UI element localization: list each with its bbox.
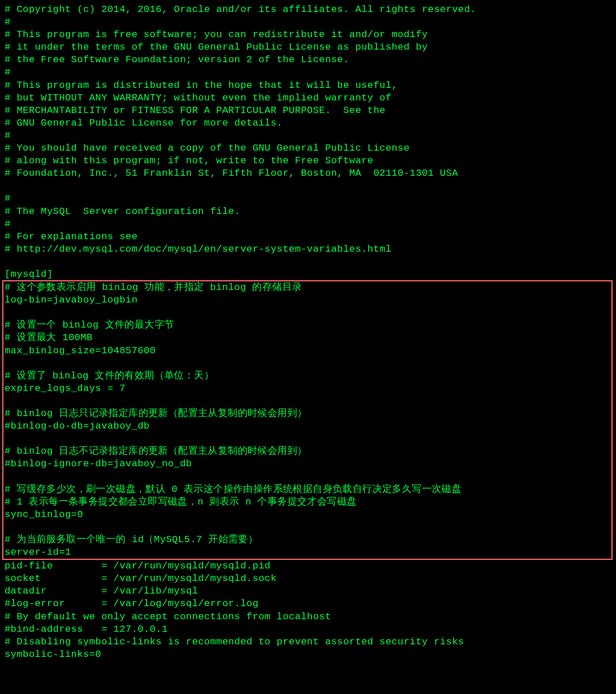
highlighted-line: # binlog 日志只记录指定库的更新（配置主从复制的时候会用到）	[5, 407, 611, 420]
highlighted-line: # binlog 日志不记录指定库的更新（配置主从复制的时候会用到）	[5, 445, 611, 458]
highlighted-line: # 设置最大 100MB	[5, 332, 611, 344]
footer-line: # Disabling symbolic-links is recommende…	[5, 636, 611, 648]
highlighted-line	[5, 306, 611, 319]
header-line: # the Free Software Foundation; version …	[5, 54, 611, 66]
footer-section: pid-file = /var/run/mysqld/mysqld.pidsoc…	[5, 560, 611, 661]
highlighted-line: # 为当前服务取一个唯一的 id（MySQL5.7 开始需要）	[5, 534, 611, 546]
header-line: # but WITHOUT ANY WARRANTY; without even…	[5, 92, 611, 104]
footer-line: pid-file = /var/run/mysqld/mysqld.pid	[5, 560, 611, 572]
header-line: #	[5, 192, 611, 205]
highlighted-line: #binlog-ignore-db=javaboy_no_db	[5, 458, 611, 470]
footer-line: symbolic-links=0	[5, 648, 611, 661]
footer-line: # By default we only accept connections …	[5, 611, 611, 623]
footer-line: datadir = /var/lib/mysql	[5, 585, 611, 598]
highlighted-line: # 写缓存多少次，刷一次磁盘，默认 0 表示这个操作由操作系统根据自身负载自行决…	[5, 483, 611, 496]
header-line: # You should have received a copy of the…	[5, 142, 611, 155]
highlighted-line: # 设置了 binlog 文件的有效期（单位：天）	[5, 370, 611, 382]
highlighted-config-section: # 这个参数表示启用 binlog 功能，并指定 binlog 的存储目录log…	[2, 280, 613, 560]
header-line: #	[5, 16, 611, 29]
highlighted-line	[5, 470, 611, 483]
header-line: [mysqld]	[5, 268, 611, 281]
highlighted-line: # 1 表示每一条事务提交都会立即写磁盘，n 则表示 n 个事务提交才会写磁盘	[5, 496, 611, 509]
header-line: # This program is distributed in the hop…	[5, 79, 611, 92]
config-file-content: # Copyright (c) 2014, 2016, Oracle and/o…	[5, 3, 611, 661]
header-line: #	[5, 130, 611, 142]
header-section: # Copyright (c) 2014, 2016, Oracle and/o…	[5, 3, 611, 281]
highlighted-line	[5, 521, 611, 534]
header-line: # For explanations see	[5, 231, 611, 243]
highlighted-line: server-id=1	[5, 546, 611, 559]
footer-line: #bind-address = 127.0.0.1	[5, 623, 611, 636]
header-line: #	[5, 66, 611, 79]
highlighted-line: max_binlog_size=104857600	[5, 345, 611, 357]
highlighted-line: expire_logs_days = 7	[5, 382, 611, 395]
highlighted-line	[5, 395, 611, 407]
header-line	[5, 256, 611, 268]
header-line: # The MySQL Server configuration file.	[5, 205, 611, 218]
highlighted-line	[5, 433, 611, 445]
header-line: # Copyright (c) 2014, 2016, Oracle and/o…	[5, 3, 611, 16]
highlighted-line: # 这个参数表示启用 binlog 功能，并指定 binlog 的存储目录	[5, 281, 611, 294]
highlighted-line: #binlog-do-db=javaboy_db	[5, 420, 611, 433]
header-line: # This program is free software; you can…	[5, 29, 611, 41]
header-line: # it under the terms of the GNU General …	[5, 41, 611, 54]
highlighted-line: log-bin=javaboy_logbin	[5, 294, 611, 306]
header-line: # Foundation, Inc., 51 Franklin St, Fift…	[5, 167, 611, 180]
footer-line: #log-error = /var/log/mysql/error.log	[5, 598, 611, 610]
header-line: # MERCHANTABILITY or FITNESS FOR A PARTI…	[5, 104, 611, 117]
highlighted-line	[5, 357, 611, 370]
header-line: #	[5, 218, 611, 231]
header-line	[5, 180, 611, 192]
highlighted-line: # 设置一个 binlog 文件的最大字节	[5, 319, 611, 332]
header-line: # GNU General Public License for more de…	[5, 117, 611, 130]
header-line: # along with this program; if not, write…	[5, 155, 611, 167]
footer-line: socket = /var/run/mysqld/mysqld.sock	[5, 572, 611, 585]
highlighted-line: sync_binlog=0	[5, 509, 611, 521]
header-line: # http://dev.mysql.com/doc/mysql/en/serv…	[5, 243, 611, 256]
